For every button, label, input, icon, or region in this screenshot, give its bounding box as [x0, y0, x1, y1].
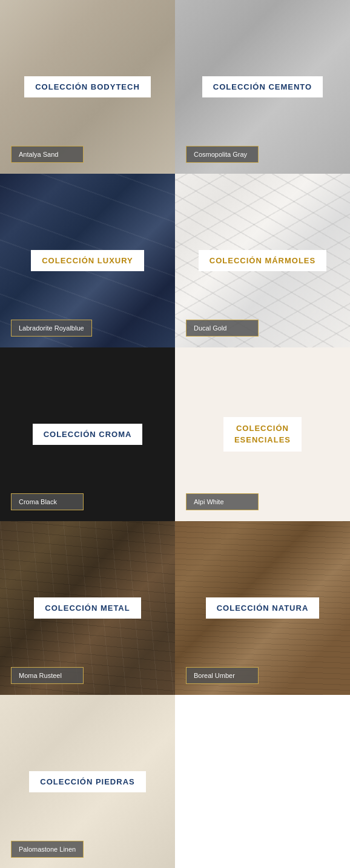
sample-label-croma: Croma Black	[11, 493, 84, 510]
collection-luxury[interactable]: COLECCIÓN LUXURY Labradorite Royalblue	[0, 174, 175, 347]
sample-label-bodytech: Antalya Sand	[11, 146, 84, 163]
collection-title-esenciales: COLECCIÓNESENCIALES	[223, 417, 302, 451]
collection-title-cemento: COLECCIÓN CEMENTO	[202, 76, 323, 97]
collection-title-piedras: COLECCIÓN PIEDRAS	[29, 771, 145, 792]
sample-label-luxury: Labradorite Royalblue	[11, 320, 92, 337]
sample-label-esenciales: Alpi White	[186, 493, 259, 510]
sample-label-marmoles: Ducal Gold	[186, 320, 259, 337]
collections-grid: COLECCIÓN BODYTECH Antalya Sand COLECCIÓ…	[0, 0, 350, 868]
empty-cell	[175, 695, 350, 868]
collection-metal[interactable]: COLECCIÓN METAL Moma Rusteel	[0, 521, 175, 695]
collection-title-croma: COLECCIÓN CROMA	[33, 424, 143, 445]
sample-box-metal: Moma Rusteel	[11, 667, 84, 684]
sample-label-cemento: Cosmopolita Gray	[186, 146, 259, 163]
sample-label-natura: Boreal Umber	[186, 667, 259, 684]
collection-title-bodytech: COLECCIÓN BODYTECH	[24, 76, 151, 97]
sample-label-piedras: Palomastone Linen	[11, 841, 84, 858]
collection-bodytech[interactable]: COLECCIÓN BODYTECH Antalya Sand	[0, 0, 175, 174]
collection-title-marmoles: COLECCIÓN MÁRMOLES	[199, 250, 326, 271]
sample-box-marmoles: Ducal Gold	[186, 320, 259, 337]
collection-croma[interactable]: COLECCIÓN CROMA Croma Black	[0, 347, 175, 521]
sample-box-croma: Croma Black	[11, 493, 84, 510]
collection-title-natura: COLECCIÓN NATURA	[206, 597, 320, 619]
collection-title-metal: COLECCIÓN METAL	[34, 597, 140, 619]
collection-cemento[interactable]: COLECCIÓN CEMENTO Cosmopolita Gray	[175, 0, 350, 174]
sample-box-piedras: Palomastone Linen	[11, 841, 84, 858]
collection-natura[interactable]: COLECCIÓN NATURA Boreal Umber	[175, 521, 350, 695]
sample-label-metal: Moma Rusteel	[11, 667, 84, 684]
collection-esenciales[interactable]: COLECCIÓNESENCIALES Alpi White	[175, 347, 350, 521]
collection-title-luxury: COLECCIÓN LUXURY	[31, 250, 144, 271]
sample-box-cemento: Cosmopolita Gray	[186, 146, 259, 163]
sample-box-bodytech: Antalya Sand	[11, 146, 84, 163]
sample-box-luxury: Labradorite Royalblue	[11, 320, 92, 337]
sample-box-esenciales: Alpi White	[186, 493, 259, 510]
collection-piedras[interactable]: COLECCIÓN PIEDRAS Palomastone Linen	[0, 695, 175, 868]
collection-marmoles[interactable]: COLECCIÓN MÁRMOLES Ducal Gold	[175, 174, 350, 347]
sample-box-natura: Boreal Umber	[186, 667, 259, 684]
